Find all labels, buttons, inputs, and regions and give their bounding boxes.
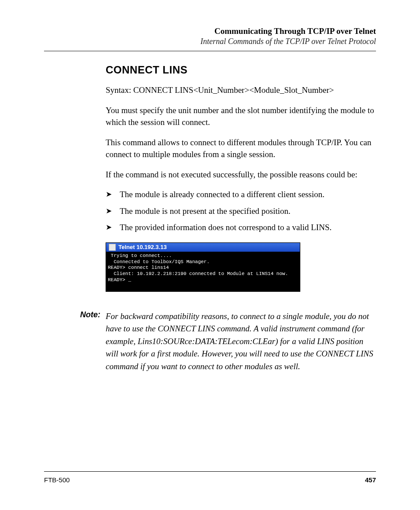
syntax-line: Syntax: CONNECT LINS<Unit_Number><Module…	[106, 84, 376, 96]
list-item: The provided information does not corres…	[106, 221, 376, 234]
header-title: Communicating Through TCP/IP over Telnet	[44, 26, 376, 36]
page-footer: FTB-500 457	[44, 471, 376, 484]
header-subtitle: Internal Commands of the TCP/IP over Tel…	[44, 37, 376, 46]
terminal-titlebar: Telnet 10.192.3.13	[106, 243, 300, 252]
paragraph: You must specify the unit number and the…	[106, 104, 376, 128]
footer-rule	[44, 471, 376, 472]
footer-line: FTB-500 457	[44, 476, 376, 484]
terminal-line: Client: 10.192.2.218:2190 connected to M…	[108, 271, 288, 276]
paragraph: If the command is not executed successfu…	[106, 169, 376, 181]
footer-left: FTB-500	[44, 476, 70, 484]
terminal-line: Connected to Toolbox/IQS Manager.	[108, 259, 210, 264]
content-block: CONNECT LINS Syntax: CONNECT LINS<Unit_N…	[106, 64, 376, 292]
terminal-line: Trying to connect....	[108, 253, 172, 258]
paragraph: This command allows to connect to differ…	[106, 136, 376, 161]
note-block: Note: For backward compatibility reasons…	[44, 310, 376, 373]
page-number: 457	[365, 476, 376, 484]
note-label: Note:	[44, 310, 100, 319]
terminal-icon	[109, 244, 116, 251]
header-rule	[44, 51, 376, 51]
terminal-body: Trying to connect.... Connected to Toolb…	[106, 252, 300, 291]
terminal-window: Telnet 10.192.3.13 Trying to connect....…	[106, 242, 300, 292]
terminal-title-text: Telnet 10.192.3.13	[118, 244, 167, 250]
reason-list: The module is already connected to a dif…	[106, 188, 376, 234]
page-header: Communicating Through TCP/IP over Telnet…	[44, 26, 376, 46]
note-text: For backward compatibility reasons, to c…	[106, 310, 376, 373]
terminal-line: READY> connect lins14	[108, 265, 169, 270]
page: Communicating Through TCP/IP over Telnet…	[0, 0, 420, 510]
section-title: CONNECT LINS	[106, 64, 376, 76]
list-item: The module is not present at the specifi…	[106, 205, 376, 217]
list-item: The module is already connected to a dif…	[106, 188, 376, 201]
terminal-line: READY> _	[108, 277, 131, 283]
